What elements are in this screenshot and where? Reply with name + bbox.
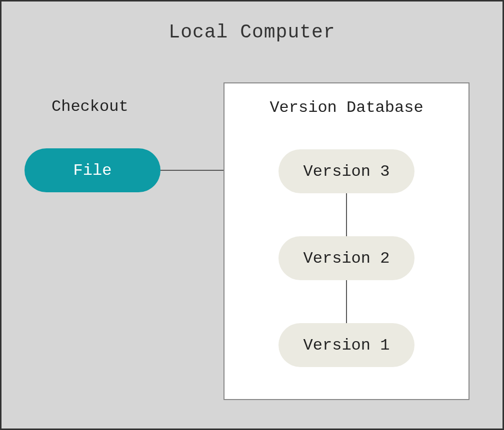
version-database-box: Version Database Version 3 Version 2 Ver… [224, 82, 470, 400]
local-computer-container: Local Computer Checkout File Version Dat… [0, 0, 504, 430]
version-3-label: Version 3 [304, 162, 390, 181]
version-1-label: Version 1 [304, 336, 390, 355]
version-2-label: Version 2 [304, 249, 390, 268]
connector-v2-to-v1 [346, 280, 347, 323]
connector-v3-to-v2 [346, 193, 347, 236]
diagram-title: Local Computer [168, 21, 335, 43]
checkout-label: Checkout [52, 97, 128, 116]
file-node-label: File [74, 161, 112, 180]
version-1-node: Version 1 [278, 323, 414, 367]
version-3-node: Version 3 [278, 149, 414, 193]
file-node: File [24, 148, 160, 192]
version-2-node: Version 2 [278, 236, 414, 280]
version-database-title: Version Database [270, 98, 423, 117]
